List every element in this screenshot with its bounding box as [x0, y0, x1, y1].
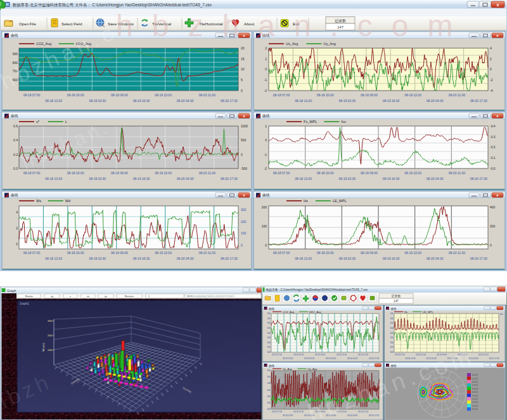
svg-text:08-18 13:30: 08-18 13:30: [283, 414, 293, 417]
svg-text:08-19 09:00: 08-19 09:00: [361, 251, 378, 255]
svg-text:Hs: Hs: [404, 310, 408, 314]
svg-text:1000: 1000: [48, 349, 53, 352]
svg-text:数据查看 - C:\Users\Hongjun Yao\De: 数据查看 - C:\Users\Hongjun Yao\Desktop\SHAN…: [266, 288, 368, 292]
svg-text:yz: yz: [105, 295, 107, 298]
svg-text:z: z: [70, 295, 71, 298]
svg-text:08-18 13:30: 08-18 13:30: [405, 357, 415, 360]
svg-text:100: 100: [267, 376, 270, 378]
svg-text:100: 100: [390, 332, 393, 334]
svg-text:08-20 04:30: 08-20 04:30: [177, 257, 194, 260]
svg-text:08-20 11:00: 08-20 11:00: [449, 93, 466, 97]
svg-text:0.1-0.3: 0.1-0.3: [472, 395, 478, 397]
svg-text:0: 0: [16, 242, 18, 246]
svg-text:0.1-0.3: 0.1-0.3: [472, 374, 478, 376]
svg-text:Rotate: Rotate: [25, 295, 34, 298]
svg-text:08-18 13:30: 08-18 13:30: [45, 257, 62, 260]
svg-text:-0.1: -0.1: [490, 156, 496, 160]
svg-text:100: 100: [267, 369, 270, 372]
svg-text:08-19 16:30: 08-19 16:30: [326, 357, 336, 360]
svg-text:0: 0: [265, 67, 267, 71]
svg-text:08-18 07:00: 08-18 07:00: [273, 171, 290, 175]
svg-text:08-20 04:30: 08-20 04:30: [177, 177, 194, 181]
svg-text:100: 100: [390, 327, 393, 329]
svg-text:2: 2: [16, 226, 18, 230]
svg-text:08-19 22:00: 08-19 22:00: [404, 93, 421, 97]
svg-text:0.1-0.3: 0.1-0.3: [472, 391, 478, 393]
svg-text:08-19 09:00: 08-19 09:00: [111, 93, 128, 97]
svg-text:08-20 17:30: 08-20 17:30: [221, 177, 238, 181]
svg-text:08-19 02:30: 08-19 02:30: [338, 177, 356, 181]
svg-text:08-19 16:30: 08-19 16:30: [383, 99, 400, 103]
svg-text:08-18 13:30: 08-18 13:30: [295, 177, 312, 181]
svg-text:L: L: [65, 120, 67, 124]
svg-text:x: x: [497, 3, 499, 7]
svg-text:4: 4: [16, 210, 18, 214]
svg-text:-2: -2: [264, 89, 267, 92]
svg-text:08-20 04:30: 08-20 04:30: [427, 257, 444, 260]
svg-text:fco: fco: [341, 120, 345, 124]
svg-text:Fc_WPL: Fc_WPL: [304, 120, 317, 124]
svg-text:08-20 17:30: 08-20 17:30: [470, 99, 487, 103]
svg-text:2000: 2000: [48, 334, 53, 337]
svg-text:500: 500: [241, 138, 247, 142]
svg-text:10: 10: [241, 67, 245, 71]
svg-text:100: 100: [267, 402, 270, 404]
svg-text:-2: -2: [264, 167, 267, 170]
svg-text:-4: -4: [490, 89, 493, 92]
svg-text:08-20 11:00: 08-20 11:00: [199, 93, 216, 97]
svg-text:-500: -500: [241, 167, 247, 170]
svg-text:100: 100: [267, 332, 270, 334]
svg-text:08-19 16:30: 08-19 16:30: [383, 177, 400, 181]
svg-text:W(m/s): W(m/s): [42, 343, 45, 352]
svg-text:Wd: Wd: [65, 199, 70, 203]
svg-text:0: 0: [490, 67, 492, 71]
svg-text:-0.0: -0.0: [490, 167, 496, 170]
svg-text:900: 900: [13, 52, 18, 56]
svg-text:08-19 16:30: 08-19 16:30: [133, 99, 150, 103]
svg-text:08-20 11:00: 08-20 11:00: [199, 251, 216, 255]
svg-text:CO2_Avg: CO2_Avg: [36, 42, 51, 46]
svg-text:-1: -1: [264, 78, 267, 82]
svg-text:08-18 07:00: 08-18 07:00: [272, 353, 282, 356]
svg-text:0.1-0.3: 0.1-0.3: [472, 398, 478, 400]
svg-text:08-20 04:30: 08-20 04:30: [177, 99, 194, 103]
svg-text:400: 400: [490, 205, 496, 209]
svg-text:Select Field: Select Field: [61, 22, 82, 26]
svg-text:100: 100: [267, 322, 270, 324]
svg-text:08-20 17:30: 08-20 17:30: [221, 257, 238, 260]
svg-text:0: 0: [265, 138, 267, 142]
svg-text:Restore: Restore: [125, 295, 134, 298]
svg-text:08-20 11:00: 08-20 11:00: [358, 353, 368, 356]
svg-text:0: 0: [265, 243, 267, 247]
svg-text:0: 0: [241, 89, 243, 92]
svg-text:08-18 07:00: 08-18 07:00: [273, 251, 290, 255]
svg-text:08-18 07:00: 08-18 07:00: [395, 353, 405, 356]
svg-text:0: 0: [241, 243, 243, 247]
svg-text:2: 2: [265, 46, 267, 50]
svg-text:08-18 13:30: 08-18 13:30: [45, 99, 62, 103]
svg-text:08-18 13:30: 08-18 13:30: [295, 257, 312, 260]
svg-text:08-19 02:30: 08-19 02:30: [304, 357, 314, 360]
svg-text:曲线: 曲线: [262, 193, 270, 198]
svg-text:08-18 20:00: 08-18 20:00: [293, 410, 304, 413]
svg-text:100: 100: [241, 231, 247, 235]
svg-text:08-20 17:30: 08-20 17:30: [221, 99, 238, 103]
svg-text:0.1-0.3: 0.1-0.3: [472, 405, 478, 407]
svg-text:0.1-0.3: 0.1-0.3: [472, 384, 478, 386]
svg-text:数据查看-北京华益瑞科技有限公司 文件名： C:\User: 数据查看-北京华益瑞科技有限公司 文件名： C:\Users\Hongjun Y…: [13, 3, 212, 8]
svg-text:曲线: 曲线: [262, 114, 270, 118]
svg-text:100: 100: [390, 346, 393, 348]
svg-text:08-18 07:00: 08-18 07:00: [272, 410, 282, 413]
svg-text:0.4: 0.4: [13, 138, 18, 142]
svg-text:100: 100: [390, 312, 393, 315]
svg-text:08-19 02:30: 08-19 02:30: [89, 257, 106, 260]
svg-text:-2: -2: [490, 78, 493, 82]
svg-text:08-19 02:30: 08-19 02:30: [89, 99, 106, 103]
svg-text:08-18 07:00: 08-18 07:00: [23, 93, 41, 97]
svg-text:08-18 20:00: 08-18 20:00: [67, 171, 84, 175]
svg-text:08-19 22:00: 08-19 22:00: [155, 251, 172, 255]
svg-text:hbzhan.com: hbzhan.com: [116, 9, 472, 42]
svg-text:147: 147: [394, 300, 399, 303]
svg-text:08-20 17:30: 08-20 17:30: [369, 357, 379, 360]
svg-text:08-20 04:30: 08-20 04:30: [347, 357, 357, 360]
